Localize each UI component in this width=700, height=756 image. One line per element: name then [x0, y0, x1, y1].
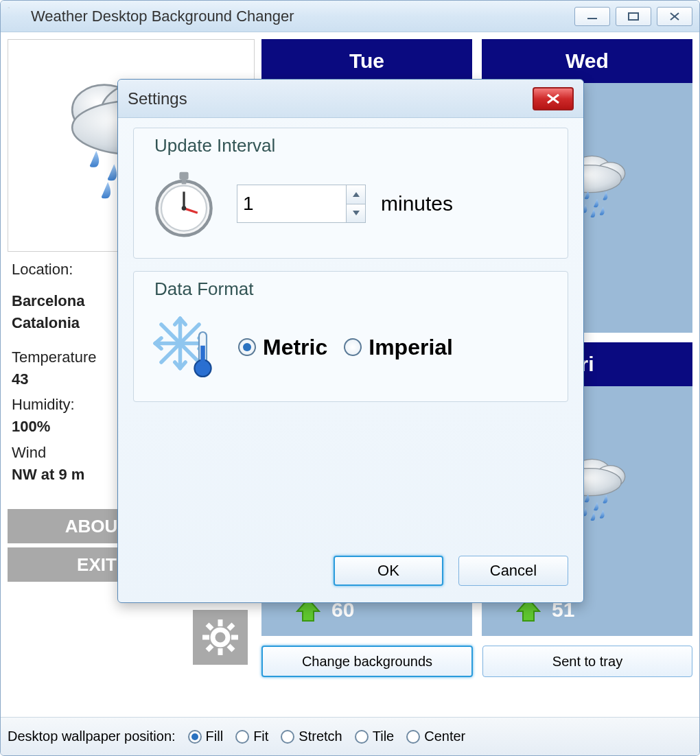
settings-dialog: Settings Update Interval [117, 79, 584, 603]
svg-rect-22 [182, 178, 187, 185]
interval-input[interactable] [237, 185, 347, 223]
minimize-button[interactable] [574, 7, 610, 26]
update-interval-legend: Update Interval [150, 135, 279, 156]
cancel-button[interactable]: Cancel [458, 556, 568, 586]
dialog-titlebar[interactable]: Settings [118, 80, 583, 118]
wallpaper-option-fill[interactable]: Fill [188, 729, 224, 744]
close-button[interactable] [657, 7, 692, 26]
change-backgrounds-button[interactable]: Change backgrounds [261, 646, 473, 677]
wallpaper-option-stretch[interactable]: Stretch [281, 729, 342, 744]
titlebar[interactable]: Weather Desktop Background Changer [1, 1, 699, 32]
wallpaper-option-center[interactable]: Center [406, 729, 465, 744]
maximize-button[interactable] [616, 7, 651, 26]
app-window: Weather Desktop Background Changer Locat… [0, 0, 700, 756]
svg-point-25 [182, 206, 187, 211]
wallpaper-option-tile[interactable]: Tile [355, 729, 394, 744]
gear-icon [200, 617, 241, 658]
data-format-legend: Data Format [150, 279, 258, 300]
spinner-up-button[interactable] [347, 185, 365, 204]
wallpaper-option-fit[interactable]: Fit [235, 729, 268, 744]
snowflake-thermometer-icon [146, 309, 222, 385]
settings-button[interactable] [193, 610, 248, 665]
app-title: Weather Desktop Background Changer [31, 8, 574, 25]
format-imperial-radio[interactable]: Imperial [344, 335, 453, 360]
stopwatch-icon [146, 166, 222, 241]
wallpaper-position-row: Desktop wallpaper position: Fill Fit Str… [1, 717, 699, 755]
ok-button[interactable]: OK [334, 556, 443, 586]
wallpaper-position-label: Desktop wallpaper position: [8, 729, 176, 744]
update-interval-group: Update Interval [133, 128, 568, 259]
format-metric-radio[interactable]: Metric [238, 335, 327, 360]
close-icon [546, 93, 561, 104]
interval-spinner[interactable] [237, 185, 366, 223]
dialog-close-button[interactable] [533, 87, 574, 110]
svg-rect-40 [200, 346, 205, 366]
forecast-day-label: Tue [261, 39, 472, 83]
svg-rect-14 [629, 13, 638, 20]
app-icon [8, 6, 25, 27]
spinner-down-button[interactable] [347, 204, 365, 223]
dialog-title: Settings [128, 89, 533, 108]
forecast-day-label: Wed [482, 39, 692, 83]
send-to-tray-button[interactable]: Sent to tray [482, 646, 692, 677]
data-format-group: Data Format [133, 271, 568, 402]
interval-unit-label: minutes [381, 192, 453, 215]
